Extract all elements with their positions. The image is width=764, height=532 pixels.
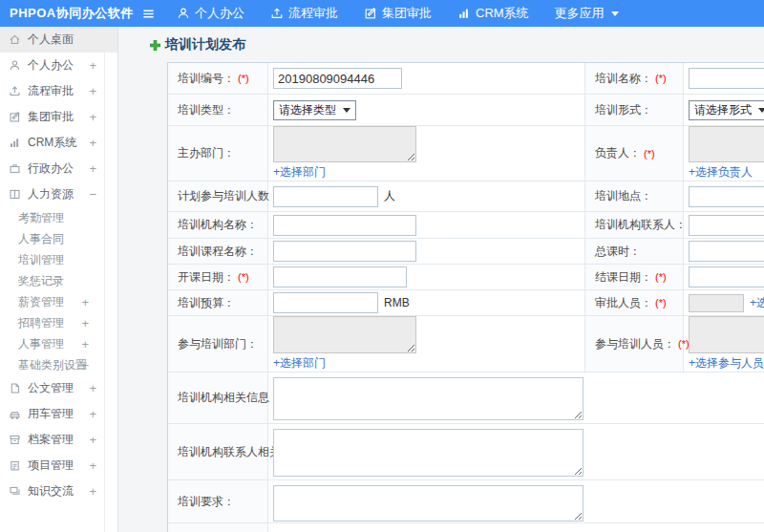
nav-personal-office[interactable]: 个人办公 [177,5,244,22]
sidebar-item-workflow-approval[interactable]: 流程审批 + [0,78,117,104]
nav-label: 集团审批 [382,5,432,22]
expand-plus[interactable]: + [89,407,96,421]
expand-plus[interactable]: + [89,58,96,73]
application-window: PHPOA协同办公软件 个人办公 流程审批 [0,0,764,532]
required-mark: (*) [238,271,249,283]
page-title: 培训计划发布 [150,36,764,53]
expand-plus[interactable]: + [89,381,96,395]
sidebar-item-personal-office[interactable]: 个人办公 + [0,53,117,78]
leader-textarea[interactable] [689,126,764,162]
sidebar-subitem-reward-punishment[interactable]: 奖惩记录 [0,270,117,291]
car-icon [9,408,21,420]
sidebar-item-crm-system[interactable]: CRM系统 + [0,130,117,156]
hamburger-icon [141,7,156,21]
required-mark: (*) [655,297,667,309]
select-participants-link[interactable]: +选择参与人员 [689,355,764,372]
host-department-textarea[interactable] [273,126,416,162]
caret-down-icon [611,11,619,16]
sidebar-item-human-resources[interactable]: 人力资源 − [0,181,117,207]
top-nav-menu: 个人办公 流程审批 集团审批 CRM系统 更多应用 [177,5,619,22]
nav-crm-system[interactable]: CRM系统 [457,5,529,22]
hamburger-menu-button[interactable] [141,7,156,21]
nav-label: 流程审批 [288,5,338,22]
select-department-link[interactable]: +选择部门 [273,355,326,372]
expand-plus[interactable]: + [81,337,89,351]
field-label: 培训机构相关信息： [178,390,281,406]
select-caret-icon [343,108,350,113]
expand-plus[interactable]: + [89,84,96,98]
home-icon [9,33,21,46]
briefcase-icon [9,162,21,175]
approver-input[interactable] [689,294,744,312]
unit-suffix: 人 [384,188,395,204]
select-caret-icon [758,108,764,113]
sidebar-subitem-training-management[interactable]: 培训管理 [0,249,117,270]
course-name-input[interactable] [273,241,416,262]
sidebar-item-administrative-office[interactable]: 行政办公 + [0,156,117,181]
sidebar-subitem-base-category-settings[interactable]: 基础类别设置+ [0,354,117,375]
nav-workflow-approval[interactable]: 流程审批 [270,5,338,22]
sidebar-item-personal-desktop[interactable]: 个人桌面 [0,27,117,53]
form-row: 主办部门： +选择部门 负责人：(*) +选择负责人 [168,126,764,181]
org-info-textarea[interactable] [273,377,584,420]
sidebar-item-label: 用车管理 [28,406,74,422]
sidebar-item-knowledge-exchange[interactable]: 知识交流 + [0,479,117,504]
expand-plus[interactable]: + [81,358,89,372]
collapse-minus[interactable]: − [89,187,96,202]
training-location-input[interactable] [689,186,764,207]
field-label: 培训预算： [178,295,235,311]
expand-plus[interactable]: + [89,458,96,473]
expand-plus[interactable]: + [89,136,96,150]
expand-plus[interactable]: + [89,161,96,176]
sidebar-subitem-salary[interactable]: 薪资管理+ [0,291,117,312]
sidebar-item-group-approval[interactable]: 集团审批 + [0,104,117,130]
planned-participants-input[interactable] [273,186,378,207]
sidebar-item-document-management[interactable]: 公文管理 + [0,375,117,401]
nav-more-apps[interactable]: 更多应用 [555,5,619,22]
sidebar-subitem-personnel[interactable]: 人事管理+ [0,333,117,354]
select-leader-link[interactable]: +选择负责人 [689,164,753,181]
training-org-name-input[interactable] [273,215,416,236]
form-row: 培训机构名称： 培训机构联系人： [168,212,764,239]
training-requirements-textarea[interactable] [273,485,584,521]
chat-icon [9,485,21,498]
training-org-contact-input[interactable] [689,215,764,236]
form-row: 附件文档： +附件上传 [168,523,764,532]
field-label: 培训要求： [178,494,235,510]
participants-textarea[interactable] [689,316,764,353]
expand-plus[interactable]: + [89,433,96,447]
start-date-input[interactable] [273,266,407,287]
expand-plus[interactable]: + [81,316,89,330]
expand-plus[interactable]: + [81,295,89,309]
sidebar-item-project-management[interactable]: 项目管理 + [0,453,117,479]
org-contact-info-textarea[interactable] [273,429,584,477]
total-hours-input[interactable] [689,241,764,262]
sidebar-item-archive-management[interactable]: 档案管理 + [0,427,117,453]
training-number-input[interactable] [273,68,402,89]
training-name-input[interactable] [689,68,764,89]
expand-plus[interactable]: + [89,484,96,499]
sidebar-item-vehicle-management[interactable]: 用车管理 + [0,401,117,427]
expand-plus[interactable]: + [89,110,96,124]
form-row: 参与培训部门： +选择部门 参与培训人员：(*) +选择参与人员 [168,316,764,372]
form-row: 培训编号：(*) 培训名称：(*) [168,63,764,95]
select-approver-link[interactable]: +选择审批人员 [750,295,764,311]
field-label: 培训名称： [595,71,652,87]
field-label: 结课日期： [595,269,652,286]
select-department-link[interactable]: +选择部门 [273,164,326,181]
sidebar-subitem-attendance[interactable]: 考勤管理 [0,207,117,228]
form-row: 培训机构联系人相关信息： [168,424,764,480]
training-form-select[interactable]: 请选择形式 [689,100,764,120]
edit-icon [364,7,377,20]
field-label: 培训机构联系人： [595,217,687,233]
participating-departments-textarea[interactable] [273,316,416,353]
field-label: 开课日期： [178,269,235,286]
training-type-select[interactable]: 请选择类型 [273,100,356,120]
sidebar: 个人桌面 个人办公 + 流程审批 + 集团审批 + CRM系统 + [0,27,118,532]
end-date-input[interactable] [689,266,764,287]
sidebar-subitem-hr-contract[interactable]: 人事合同 [0,228,117,249]
field-label: 参与培训人员： [595,336,675,352]
budget-input[interactable] [273,292,378,313]
nav-group-approval[interactable]: 集团审批 [364,5,432,22]
sidebar-subitem-recruitment[interactable]: 招聘管理+ [0,312,117,333]
